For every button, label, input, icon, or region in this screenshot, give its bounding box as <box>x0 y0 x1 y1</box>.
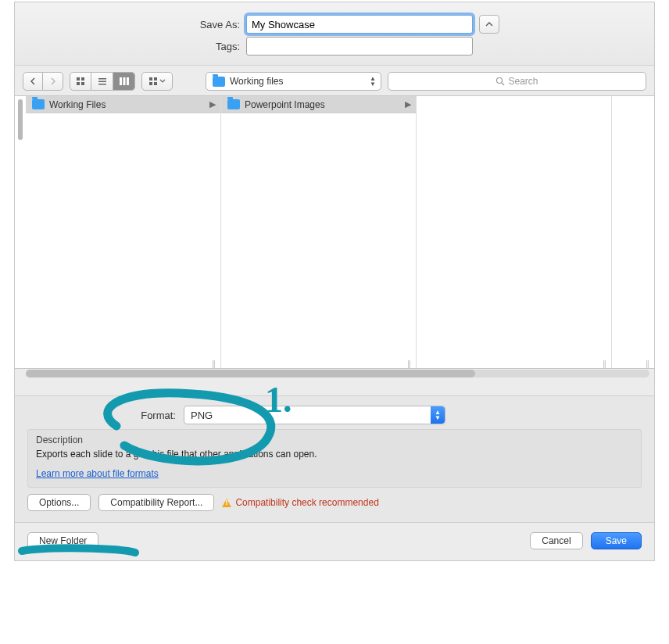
browser-column-4[interactable]: ‖ <box>612 96 654 368</box>
arrange-button[interactable] <box>141 72 173 91</box>
item-label: Powerpoint Images <box>245 99 325 110</box>
svg-rect-6 <box>98 84 106 85</box>
folder-dropdown[interactable]: Working files ▲▼ <box>206 72 381 91</box>
view-list-button[interactable] <box>91 72 113 91</box>
stepper-icon: ▲▼ <box>431 406 445 424</box>
dialog-header: Save As: Tags: <box>15 2 654 66</box>
format-label: Format: <box>27 410 176 421</box>
svg-line-15 <box>502 83 504 85</box>
folder-name: Working files <box>230 76 283 87</box>
svg-rect-4 <box>98 78 106 80</box>
item-label: Working Files <box>49 99 106 110</box>
column-resize-handle[interactable]: ‖ <box>407 360 413 368</box>
tags-label: Tags: <box>170 41 240 52</box>
svg-rect-12 <box>149 82 152 85</box>
column-resize-handle[interactable]: ‖ <box>646 360 651 368</box>
dialog-footer: New Folder Cancel Save <box>15 522 654 560</box>
folder-icon <box>32 99 45 109</box>
folder-icon <box>213 77 225 87</box>
nav-group <box>23 72 63 91</box>
svg-rect-1 <box>81 77 84 80</box>
chevron-right-icon: ▶ <box>405 99 411 109</box>
column-resize-handle[interactable]: ‖ <box>212 360 217 368</box>
description-text: Exports each slide to a graphic file tha… <box>36 449 633 460</box>
description-heading: Description <box>36 435 633 445</box>
list-item[interactable]: Powerpoint Images ▶ <box>221 96 416 113</box>
format-panel: Format: PNG ▲▼ Description Exports each … <box>15 395 654 522</box>
view-columns-button[interactable] <box>113 72 135 91</box>
options-button[interactable]: Options... <box>27 494 91 511</box>
browser-column-1[interactable]: Working Files ▶ ‖ <box>26 96 221 368</box>
chevron-right-icon: ▶ <box>209 99 216 109</box>
svg-rect-10 <box>149 77 152 80</box>
cancel-button[interactable]: Cancel <box>530 532 582 549</box>
svg-rect-0 <box>77 77 80 80</box>
view-group <box>70 72 135 91</box>
warning-icon <box>222 499 231 507</box>
browser-column-2[interactable]: Powerpoint Images ▶ ‖ <box>221 96 417 368</box>
tags-input[interactable] <box>246 37 473 55</box>
compatibility-warning-text: Compatibility check recommended <box>235 497 378 508</box>
browser-column-3[interactable]: ‖ <box>417 96 612 368</box>
options-row: Options... Compatibility Report... Compa… <box>15 488 654 514</box>
save-dialog: Save As: Tags: <box>14 2 655 561</box>
compatibility-report-button[interactable]: Compatibility Report... <box>98 494 214 511</box>
list-item[interactable]: Working Files ▶ <box>26 96 220 113</box>
format-value: PNG <box>191 410 213 421</box>
nav-forward-button[interactable] <box>43 72 63 91</box>
format-select[interactable]: PNG ▲▼ <box>184 406 445 424</box>
svg-rect-13 <box>154 82 157 85</box>
saveas-input[interactable] <box>246 15 473 34</box>
svg-point-14 <box>497 78 503 84</box>
collapse-expand-button[interactable] <box>479 15 499 34</box>
compatibility-warning: Compatibility check recommended <box>222 497 378 508</box>
scroll-thumb[interactable] <box>26 370 475 377</box>
svg-rect-11 <box>154 77 157 80</box>
folder-icon <box>227 99 240 109</box>
search-input[interactable]: Search <box>388 72 646 91</box>
svg-rect-3 <box>81 82 84 85</box>
nav-back-button[interactable] <box>23 72 43 91</box>
saveas-label: Save As: <box>170 19 240 30</box>
horizontal-scrollbar[interactable] <box>26 370 649 377</box>
saveas-row: Save As: <box>15 15 654 34</box>
svg-rect-7 <box>120 77 122 85</box>
stepper-icon: ▲▼ <box>367 74 379 88</box>
svg-rect-8 <box>123 77 125 85</box>
save-button[interactable]: Save <box>591 532 642 549</box>
search-placeholder: Search <box>508 76 538 87</box>
new-folder-button[interactable]: New Folder <box>27 532 98 549</box>
description-box: Description Exports each slide to a grap… <box>27 429 642 488</box>
sidebar-scrollbar[interactable] <box>15 96 26 368</box>
search-icon <box>495 77 505 86</box>
tags-row: Tags: <box>15 37 654 55</box>
browser-toolbar: Working files ▲▼ Search <box>15 66 654 95</box>
scroll-thumb[interactable] <box>18 99 23 140</box>
learn-more-link[interactable]: Learn more about file formats <box>36 468 159 479</box>
svg-rect-9 <box>127 77 129 85</box>
column-resize-handle[interactable]: ‖ <box>603 360 608 368</box>
svg-rect-2 <box>77 82 80 85</box>
column-browser: Working Files ▶ ‖ Powerpoint Images ▶ ‖ … <box>15 95 654 369</box>
svg-rect-5 <box>98 81 106 83</box>
view-icons-button[interactable] <box>70 72 91 91</box>
